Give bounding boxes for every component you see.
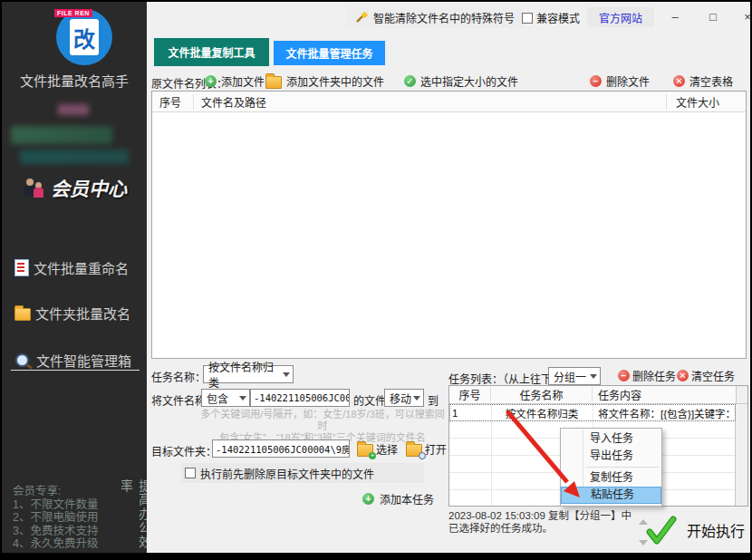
benefit-line: 2、不限电脑使用 xyxy=(13,511,98,525)
benefit-line: 4、永久免费升级 xyxy=(13,537,98,551)
keywords-input[interactable]: -140221105006JC00004 xyxy=(250,389,350,407)
column-name: 任务名称 xyxy=(491,387,593,402)
delete-file-button[interactable]: − 删除文件 xyxy=(590,73,650,88)
plus-circle-icon: + xyxy=(205,75,217,87)
add-file-button[interactable]: + 添加文件 xyxy=(205,73,265,88)
chevron-down-icon xyxy=(590,374,597,382)
people-icon xyxy=(22,177,45,198)
sidebar-item-label: 文件批量重命名 xyxy=(34,258,129,277)
open-label: 打开 xyxy=(425,441,447,457)
start-execution-button[interactable]: 开始执行 xyxy=(643,513,745,547)
minimize-button[interactable]: – xyxy=(660,5,690,27)
task-table-scrollbar[interactable] xyxy=(735,404,747,506)
clear-tasks-button[interactable]: ✕ 清空任务 xyxy=(677,368,735,383)
file-table-body[interactable] xyxy=(152,112,746,358)
magnifier-icon xyxy=(15,353,29,367)
app-logo: 改 FILE REN xyxy=(56,9,112,65)
action-value: 移动 xyxy=(390,391,411,406)
filename-label: 将文件名称 xyxy=(151,392,206,408)
add-folder-files-button[interactable]: 添加文件夹中的文件 xyxy=(265,73,384,88)
match-mode-value: 包含 xyxy=(207,391,228,406)
sidebar-item-folder-rename[interactable]: 文件夹批量改名 xyxy=(14,304,130,323)
delete-file-label: 删除文件 xyxy=(606,73,650,89)
to-label: 到 xyxy=(428,392,439,408)
choose-folder-button[interactable]: + 选择 xyxy=(357,441,398,457)
delete-task-label: 删除任务 xyxy=(632,368,676,383)
task-name-select[interactable]: 按文件名称归类 xyxy=(203,365,294,383)
compat-mode-checkbox[interactable]: 兼容模式 xyxy=(522,10,580,25)
checkbox-icon xyxy=(185,468,196,478)
file-table: 序号 文件名及路径 文件大小 xyxy=(151,91,747,359)
logo-glyph: 改 xyxy=(73,22,95,53)
redacted-info-blur-1 xyxy=(11,126,112,144)
sidebar-item-label: 文件夹批量改名 xyxy=(35,304,130,323)
menu-separator xyxy=(585,467,659,468)
open-folder-button[interactable]: 打开 xyxy=(406,441,447,457)
chevron-down-icon xyxy=(413,396,420,404)
select-by-size-button[interactable]: ✓ 选中指定大小的文件 xyxy=(404,73,518,88)
add-folder-files-label: 添加文件夹中的文件 xyxy=(286,73,384,89)
app-title: 文件批量改名高手 xyxy=(2,71,147,90)
match-mode-select[interactable]: 包含 xyxy=(201,389,250,407)
sidebar-item-batch-rename[interactable]: 文件批量重命名 xyxy=(14,258,129,277)
task-name-value: 按文件名称归类 xyxy=(208,359,283,390)
menu-item-export-task[interactable]: 导出任务 xyxy=(561,448,661,465)
x-circle-icon: ✕ xyxy=(677,370,689,381)
target-folder-input[interactable]: -140221105006JC00004\9房产分户图 xyxy=(212,439,350,458)
group-select[interactable]: 分组一 xyxy=(548,367,601,385)
sidebar-item-label: 文件智能管理箱 xyxy=(36,351,131,370)
column-content: 任务内容 xyxy=(593,387,736,402)
pre-delete-label: 执行前先删除原目标文件夹中的文件 xyxy=(200,466,374,481)
add-task-button[interactable]: + 添加本任务 xyxy=(362,491,434,507)
sidebar-item-smart-manager[interactable]: 文件智能管理箱 xyxy=(14,351,131,370)
hint-line-1: 多个关键词用/号隔开，如：女生/18岁/3班，可以搜索同时 xyxy=(199,409,446,432)
pre-delete-checkbox[interactable]: 执行前先删除原目标文件夹中的文件 xyxy=(181,463,424,483)
task-row-content: 将文件名称：[{包含}]关键字：[{… xyxy=(593,406,736,420)
clear-tasks-label: 清空任务 xyxy=(691,368,735,383)
logo-document-icon: 改 xyxy=(70,19,99,55)
column-path: 文件名及路径 xyxy=(194,94,666,110)
member-center-button[interactable]: 会员中心 xyxy=(2,174,147,201)
file-table-header: 序号 文件名及路径 文件大小 xyxy=(152,92,746,112)
sidebar: 改 FILE REN 文件批量改名高手 会员中心 文件批量重命名 文件夹批量改名… xyxy=(2,2,147,553)
check-circle-icon: ✓ xyxy=(404,75,416,87)
main-area: 智能清除文件名中的特殊符号 兼容模式 官方网站 – □ × 文件批量复制工具 文… xyxy=(147,2,750,553)
close-button[interactable]: × xyxy=(732,5,752,27)
tab-batch-task-manager[interactable]: 文件批量管理任务 xyxy=(274,41,385,65)
folder-plus-icon: + xyxy=(357,444,373,457)
delete-task-button[interactable]: − 删除任务 xyxy=(618,368,676,383)
task-row-no: 1 xyxy=(449,408,491,419)
action-select[interactable]: 移动 xyxy=(384,389,424,407)
task-row-name: 按文件名称归类 xyxy=(491,406,593,420)
member-center-label: 会员中心 xyxy=(51,174,127,201)
member-benefits: 会员专享: 1、不限文件数量 2、不限电脑使用 3、免费技术支持 4、永久免费升… xyxy=(13,485,98,551)
context-menu: 导入任务 导出任务 复制任务 粘贴任务 xyxy=(560,428,662,507)
task-row[interactable]: 1 按文件名称归类 将文件名称：[{包含}]关键字：[{… xyxy=(449,404,736,421)
folder-icon xyxy=(14,308,31,321)
files-label: 的文件 xyxy=(353,392,386,408)
benefits-title: 会员专享: xyxy=(13,485,98,498)
choose-label: 选择 xyxy=(376,441,398,457)
folder-open-icon xyxy=(406,444,422,457)
scrollbar-corner xyxy=(736,386,747,403)
benefit-line: 3、免费技术支持 xyxy=(13,525,98,538)
official-site-button[interactable]: 官方网站 xyxy=(587,7,654,27)
chevron-down-icon xyxy=(283,372,290,381)
menu-item-import-task[interactable]: 导入任务 xyxy=(561,430,661,448)
logo-badge: FILE REN xyxy=(54,9,92,17)
clean-button-label: 智能清除文件名中的特殊符号 xyxy=(373,10,515,25)
clear-table-button[interactable]: ✕ 清空表格 xyxy=(673,73,733,88)
tab-batch-copy-tool[interactable]: 文件批量复制工具 xyxy=(154,38,269,66)
maximize-button[interactable]: □ xyxy=(698,5,728,27)
app-window: 改 FILE REN 文件批量改名高手 会员中心 文件批量重命名 文件夹批量改名… xyxy=(2,2,750,553)
task-name-label: 任务名称： xyxy=(151,369,206,384)
x-circle-icon: ✕ xyxy=(673,75,685,87)
menu-item-paste-task[interactable]: 粘贴任务 xyxy=(561,487,661,504)
document-icon xyxy=(14,259,29,276)
clean-special-chars-button[interactable]: 智能清除文件名中的特殊符号 xyxy=(346,6,524,28)
checkbox-icon xyxy=(522,13,533,24)
minus-circle-icon: − xyxy=(618,370,630,381)
menu-item-copy-task[interactable]: 复制任务 xyxy=(561,469,661,487)
add-task-label: 添加本任务 xyxy=(380,491,434,507)
status-message: 2023-08-02 15:03:09 复制【分组一】中已选择好的任务成功。 xyxy=(448,509,637,535)
